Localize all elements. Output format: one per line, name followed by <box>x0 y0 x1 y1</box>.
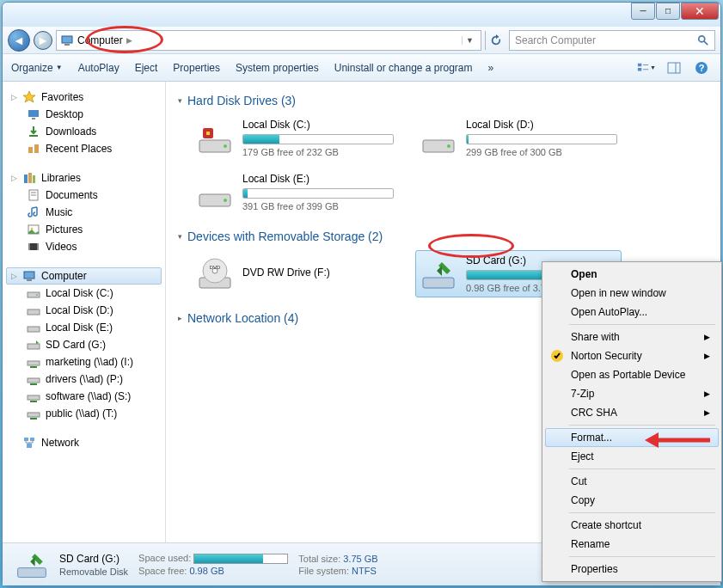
svg-text:DVD: DVD <box>210 265 221 270</box>
address-dropdown[interactable]: ▼ <box>462 36 477 45</box>
drive-tile-dvd[interactable]: DVD DVD RW Drive (F:) <box>192 250 398 297</box>
sidebar-item-sdcard[interactable]: SD Card (G:) <box>6 336 162 353</box>
ctx-crc[interactable]: CRC SHA▶ <box>545 403 719 422</box>
back-button[interactable]: ◄ <box>8 29 30 52</box>
ctx-share-with[interactable]: Share with▶ <box>545 328 719 346</box>
network-icon <box>22 436 36 450</box>
sidebar-item-pictures[interactable]: Pictures <box>6 221 162 238</box>
ctx-open-autoplay[interactable]: Open AutoPlay... <box>545 303 719 322</box>
svg-point-30 <box>36 294 38 296</box>
svg-rect-26 <box>37 243 39 250</box>
favorites-group[interactable]: ▷Favorites <box>6 89 162 106</box>
autoplay-button[interactable]: AutoPlay <box>78 62 119 74</box>
svg-rect-15 <box>34 144 39 153</box>
sidebar-item-net-s[interactable]: software (\\ad) (S:) <box>6 388 162 405</box>
svg-rect-17 <box>28 173 32 183</box>
refresh-button[interactable] <box>485 31 505 50</box>
svg-rect-31 <box>28 309 40 315</box>
refresh-icon <box>490 34 502 46</box>
properties-button[interactable]: Properties <box>173 62 220 74</box>
ctx-norton[interactable]: Norton Security▶ <box>545 346 719 365</box>
sdcard-icon <box>27 338 40 352</box>
address-text: Computer <box>77 34 123 46</box>
network-group[interactable]: ▷Network <box>6 434 162 451</box>
svg-rect-1 <box>64 44 70 46</box>
separator <box>569 425 715 426</box>
sidebar-item-net-i[interactable]: marketing (\\ad) (I:) <box>6 353 162 371</box>
svg-rect-14 <box>28 147 33 153</box>
preview-pane-button[interactable] <box>664 58 684 77</box>
ctx-open[interactable]: Open <box>545 265 719 284</box>
help-button[interactable]: ? <box>691 58 712 77</box>
uninstall-button[interactable]: Uninstall or change a program <box>334 62 473 74</box>
ctx-rename[interactable]: Rename <box>545 535 719 554</box>
expand-icon: ▷ <box>11 272 17 280</box>
sidebar-item-local-e[interactable]: Local Disk (E:) <box>6 319 162 336</box>
svg-rect-12 <box>28 110 39 117</box>
view-button[interactable]: ▼ <box>636 58 657 77</box>
svg-rect-39 <box>30 438 34 441</box>
music-icon <box>27 205 40 219</box>
toolbar-more[interactable]: » <box>488 62 494 74</box>
ctx-open-new-window[interactable]: Open in new window <box>545 284 719 303</box>
sidebar-item-local-c[interactable]: Local Disk (C:) <box>6 285 162 302</box>
svg-rect-27 <box>24 272 34 279</box>
svg-rect-13 <box>32 118 35 119</box>
address-bar[interactable]: Computer ▶ ▼ <box>56 30 481 51</box>
usage-bar <box>242 188 394 199</box>
close-button[interactable]: ✕ <box>681 3 719 20</box>
sidebar-item-documents[interactable]: Documents <box>6 187 162 204</box>
drive-tile-e[interactable]: Local Disk (E:)391 GB free of 399 GB <box>192 168 398 216</box>
ctx-7zip[interactable]: 7-Zip▶ <box>545 384 719 403</box>
navigation-pane: ▷Favorites Desktop Downloads Recent Plac… <box>3 82 166 542</box>
svg-rect-25 <box>28 243 30 250</box>
expand-icon: ▷ <box>11 174 17 182</box>
submenu-icon: ▶ <box>704 333 710 341</box>
separator <box>569 512 715 513</box>
documents-icon <box>27 188 40 202</box>
organize-menu[interactable]: Organize ▼ <box>11 62 63 74</box>
ctx-cut[interactable]: Cut <box>545 472 719 491</box>
sidebar-item-net-p[interactable]: drivers (\\ad) (P:) <box>6 371 162 388</box>
search-box[interactable]: Search Computer <box>509 30 715 51</box>
dvd-icon: DVD <box>196 255 234 293</box>
netdrive-icon <box>27 355 40 369</box>
section-hdd[interactable]: ▾Hard Disk Drives (3) <box>178 94 708 107</box>
chevron-right-icon: ▶ <box>126 36 132 45</box>
sidebar-item-local-d[interactable]: Local Disk (D:) <box>6 302 162 319</box>
ctx-format[interactable]: Format... <box>545 428 719 447</box>
sidebar-item-desktop[interactable]: Desktop <box>6 106 162 123</box>
computer-group[interactable]: ▷Computer <box>6 267 162 285</box>
ctx-portable[interactable]: Open as Portable Device <box>545 365 719 384</box>
sidebar-item-net-t[interactable]: public (\\ad) (T:) <box>6 405 162 422</box>
netdrive-icon <box>27 372 40 386</box>
sidebar-item-downloads[interactable]: Downloads <box>6 123 162 140</box>
libraries-group[interactable]: ▷Libraries <box>6 169 162 187</box>
system-properties-button[interactable]: System properties <box>236 62 319 74</box>
sidebar-item-recent[interactable]: Recent Places <box>6 140 162 157</box>
sidebar-item-videos[interactable]: Videos <box>6 238 162 255</box>
titlebar: ─ □ ✕ <box>3 3 720 27</box>
hdd-icon <box>196 119 234 157</box>
usage-bar <box>242 134 394 144</box>
ctx-eject[interactable]: Eject <box>545 447 719 466</box>
ctx-copy[interactable]: Copy <box>545 491 719 510</box>
svg-rect-38 <box>24 438 28 441</box>
minimize-button[interactable]: ─ <box>631 3 655 20</box>
drive-tile-d[interactable]: Local Disk (D:)299 GB free of 300 GB <box>415 114 622 162</box>
drive-tile-c[interactable]: Local Disk (C:)179 GB free of 232 GB <box>192 114 398 162</box>
drive-icon <box>27 286 40 300</box>
eject-button[interactable]: Eject <box>135 62 158 74</box>
svg-rect-53 <box>423 278 454 288</box>
status-usage-bar <box>193 554 288 564</box>
maximize-button[interactable]: □ <box>656 3 680 20</box>
hdd-icon <box>196 174 234 211</box>
ctx-properties[interactable]: Properties <box>545 560 719 579</box>
forward-button[interactable]: ► <box>34 31 52 50</box>
sidebar-item-music[interactable]: Music <box>6 204 162 221</box>
section-removable[interactable]: ▾Devices with Removable Storage (2) <box>178 230 708 243</box>
navbar: ◄ ► Computer ▶ ▼ Search Computer <box>3 27 720 54</box>
expand-icon: ▸ <box>178 314 182 322</box>
ctx-shortcut[interactable]: Create shortcut <box>545 516 719 535</box>
drive-icon <box>27 321 40 334</box>
